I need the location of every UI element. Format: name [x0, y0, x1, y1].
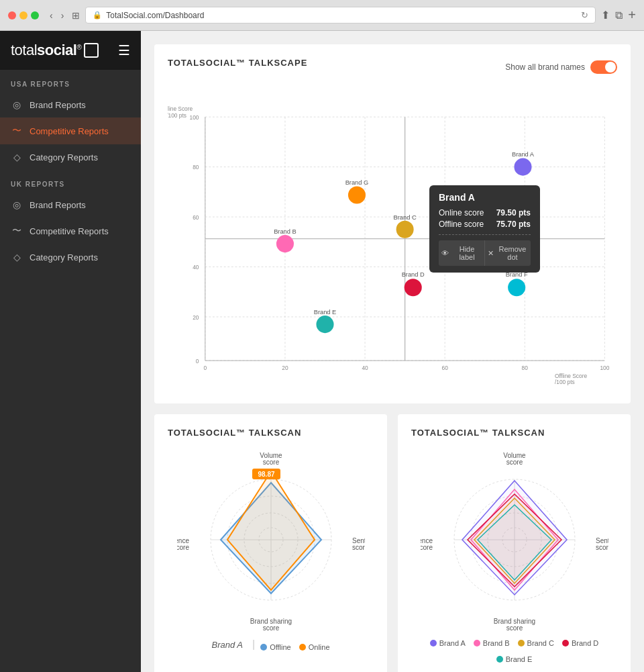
- back-button[interactable]: ‹: [47, 9, 56, 22]
- radar-right-svg: Volume score Sentiment score Brand shari…: [421, 446, 608, 634]
- legend-brand-a: Brand A: [430, 639, 466, 647]
- tooltip-offline-label: Offline score: [439, 220, 484, 229]
- menu-button[interactable]: ☰: [118, 42, 130, 58]
- logo-plain: total: [11, 42, 37, 58]
- legend-brand-b: Brand B: [474, 639, 510, 647]
- talkscan-left-legend: Brand A | Offline Online: [211, 638, 329, 651]
- radar-legend: Offline Online: [260, 643, 329, 651]
- brand-b-legend-label: Brand B: [483, 639, 510, 647]
- logo-text: totalsocial®: [11, 42, 81, 59]
- svg-text:0: 0: [196, 358, 199, 365]
- bottom-charts: TOTALSOCIAL™ TALKSCAN Volume score Senti…: [154, 414, 631, 672]
- brand-a-dot[interactable]: [514, 158, 531, 176]
- minimize-dot: [19, 11, 28, 19]
- brand-b-dot-legend: [474, 640, 480, 646]
- browser-actions: ⬆ ⧉ +: [601, 7, 636, 23]
- scatter-container: Online Score /100 pts 100 80 60 40 20 0: [168, 81, 617, 390]
- svg-text:/100 pts: /100 pts: [168, 112, 186, 119]
- svg-text:score: score: [506, 459, 523, 466]
- tab-view-button[interactable]: ⊞: [72, 10, 80, 21]
- tag-icon-uk: ◇: [11, 252, 23, 262]
- toggle-text: Show all brand names: [505, 62, 585, 72]
- forward-button[interactable]: ›: [58, 9, 67, 22]
- brand-b-dot[interactable]: [276, 235, 294, 252]
- svg-text:98.87: 98.87: [258, 471, 274, 478]
- sidebar-item-uk-brand-reports[interactable]: ◎ Brand Reports: [0, 192, 141, 218]
- radar-right-container: Volume score Sentiment score Brand shari…: [411, 446, 617, 663]
- svg-text:score: score: [352, 544, 365, 551]
- talkscan-left-card: TOTALSOCIAL™ TALKSCAN Volume score Senti…: [154, 414, 387, 672]
- legend-brand-e: Brand E: [496, 655, 533, 663]
- reload-icon: ↻: [581, 10, 588, 20]
- svg-text:score: score: [262, 624, 279, 632]
- tag-icon: ◇: [11, 152, 23, 162]
- new-tab-button[interactable]: +: [628, 7, 636, 23]
- logo-box: [84, 43, 99, 58]
- brand-g-dot[interactable]: [348, 186, 366, 203]
- svg-text:20: 20: [193, 314, 199, 321]
- svg-text:score: score: [421, 544, 433, 551]
- svg-text:Brand G: Brand G: [345, 179, 369, 186]
- address-bar[interactable]: 🔒 TotalSocial.com/Dashboard ↻: [85, 7, 596, 23]
- svg-text:0: 0: [204, 365, 207, 371]
- hide-label-button[interactable]: 👁 Hide label: [439, 240, 485, 266]
- legend-separator: |: [252, 638, 255, 651]
- svg-text:60: 60: [442, 365, 449, 371]
- sidebar-item-uk-competitive-reports[interactable]: 〜 Competitive Reports: [0, 218, 141, 244]
- logo-area: totalsocial® ☰: [0, 31, 141, 70]
- offline-label: Offline: [270, 643, 291, 651]
- svg-text:score: score: [262, 459, 279, 466]
- window-button[interactable]: ⧉: [615, 9, 623, 21]
- sidebar-item-uk-category-reports[interactable]: ◇ Category Reports: [0, 244, 141, 270]
- talkscan-right-title: TOTALSOCIAL™ TALKSCAN: [411, 428, 617, 438]
- svg-text:100: 100: [600, 365, 609, 371]
- legend-brand-d: Brand D: [562, 639, 598, 647]
- app-container: totalsocial® ☰ USA REPORTS ◎ Brand Repor…: [0, 31, 644, 672]
- brand-a-dot-legend: [430, 640, 437, 646]
- online-label: Online: [309, 643, 330, 651]
- person-icon-uk: ◎: [11, 199, 23, 210]
- sidebar-item-usa-category-reports[interactable]: ◇ Category Reports: [0, 144, 141, 170]
- online-dot: [299, 644, 306, 651]
- radar-left-container: Volume score Sentiment score Brand shari…: [168, 446, 374, 651]
- brand-e-dot-legend: [496, 656, 503, 663]
- brand-d-dot-legend: [562, 640, 569, 646]
- url-text: TotalSocial.com/Dashboard: [106, 11, 204, 20]
- svg-text:40: 40: [362, 365, 368, 371]
- brand-f-dot[interactable]: [508, 279, 525, 296]
- logo: totalsocial®: [11, 42, 99, 59]
- svg-text:Brand E: Brand E: [314, 309, 337, 316]
- hide-label-text: Hide label: [452, 245, 482, 261]
- svg-marker-54: [227, 471, 315, 590]
- legend-offline: Offline: [260, 643, 291, 651]
- svg-text:Brand D: Brand D: [402, 271, 425, 278]
- person-icon: ◎: [11, 99, 23, 110]
- wave-icon-uk: 〜: [11, 225, 23, 237]
- brand-names-toggle[interactable]: [590, 60, 617, 74]
- maximize-dot: [31, 11, 39, 19]
- offline-dot: [260, 644, 267, 651]
- logo-trademark: ®: [76, 44, 81, 51]
- brand-e-dot[interactable]: [316, 316, 333, 333]
- remove-dot-button[interactable]: ✕ Remove dot: [485, 240, 531, 266]
- sidebar-item-usa-brand-reports[interactable]: ◎ Brand Reports: [0, 92, 141, 117]
- sidebar-item-usa-competitive-reports[interactable]: 〜 Competitive Reports: [0, 117, 141, 144]
- svg-text:80: 80: [193, 164, 199, 171]
- svg-text:Brand A: Brand A: [512, 151, 535, 158]
- tooltip-divider: [439, 234, 531, 235]
- share-button[interactable]: ⬆: [601, 9, 610, 21]
- main-content: TOTALSOCIAL™ TALKSCAPE Show all brand na…: [141, 31, 644, 672]
- usa-category-reports-label: Category Reports: [30, 152, 98, 162]
- browser-chrome: ‹ › ⊞ 🔒 TotalSocial.com/Dashboard ↻ ⬆ ⧉ …: [0, 0, 644, 31]
- brand-c-dot-legend: [518, 640, 525, 646]
- svg-text:score: score: [596, 544, 608, 551]
- talkscape-card: TOTALSOCIAL™ TALKSCAPE Show all brand na…: [154, 44, 631, 403]
- usa-competitive-reports-label: Competitive Reports: [30, 126, 109, 136]
- brand-c-dot[interactable]: [396, 221, 414, 238]
- usa-brand-reports-label: Brand Reports: [30, 100, 86, 110]
- close-dot: [8, 11, 16, 19]
- window-controls: [8, 11, 39, 19]
- brand-d-dot[interactable]: [405, 279, 422, 296]
- tooltip-offline-row: Offline score 75.70 pts: [439, 220, 531, 229]
- talkscan-left-title: TOTALSOCIAL™ TALKSCAN: [168, 428, 374, 438]
